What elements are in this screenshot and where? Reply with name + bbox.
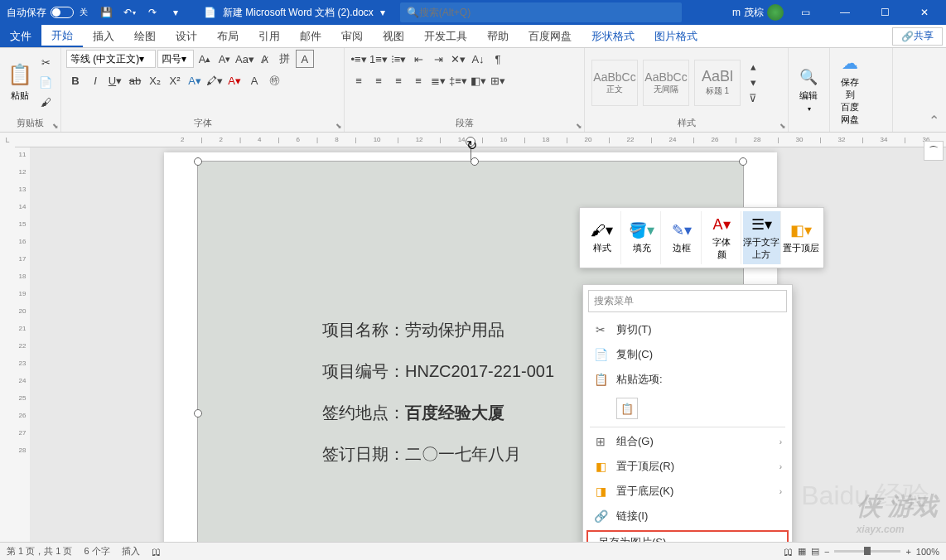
tab-design[interactable]: 设计 (166, 25, 207, 47)
redo-icon[interactable]: ↷ (142, 2, 162, 22)
tab-developer[interactable]: 开发工具 (414, 25, 477, 47)
format-painter-icon[interactable]: 🖌 (36, 94, 55, 112)
indent-inc-icon[interactable]: ⇥ (429, 50, 447, 68)
style-nospacing[interactable]: AaBbCc无间隔 (643, 60, 689, 106)
char-shading-icon[interactable]: A (245, 71, 263, 89)
styles-launcher-icon[interactable]: ⬊ (779, 122, 786, 130)
numbering-icon[interactable]: 1≡▾ (369, 50, 388, 68)
handle-tr[interactable] (739, 157, 747, 166)
view-web-icon[interactable]: ▤ (811, 546, 819, 557)
superscript-icon[interactable]: X² (166, 71, 184, 89)
distribute-icon[interactable]: ≣▾ (429, 71, 447, 89)
ctx-group[interactable]: ⊞组合(G)› (583, 429, 792, 454)
tab-help[interactable]: 帮助 (477, 25, 519, 47)
share-button[interactable]: 🔗 共享 (892, 27, 943, 46)
tab-view[interactable]: 视图 (373, 25, 414, 47)
italic-icon[interactable]: I (86, 71, 104, 89)
minimize-icon[interactable]: — (827, 0, 863, 25)
maximize-icon[interactable]: ☐ (866, 0, 903, 25)
show-marks-icon[interactable]: ¶ (489, 50, 507, 68)
zoom-out-icon[interactable]: − (824, 547, 829, 557)
styles-more-icon[interactable]: ⊽ (744, 91, 762, 105)
zoom-thumb[interactable] (864, 547, 871, 555)
line-spacing-icon[interactable]: ‡≡▾ (449, 71, 467, 89)
tab-home[interactable]: 开始 (41, 25, 83, 47)
mini-style[interactable]: 🖌▾样式 (583, 211, 621, 264)
vertical-ruler[interactable]: 111213141516171819202122232425262728 (15, 147, 30, 542)
ctx-cut[interactable]: ✂剪切(T) (583, 317, 792, 342)
bullets-icon[interactable]: •≡▾ (350, 50, 368, 68)
bold-icon[interactable]: B (66, 71, 84, 89)
strike-icon[interactable]: ab (126, 71, 144, 89)
justify-icon[interactable]: ≡ (409, 71, 427, 89)
user-avatar[interactable] (767, 4, 784, 21)
asian-layout-icon[interactable]: ✕▾ (449, 50, 467, 68)
ctx-bring-front[interactable]: ◧置于顶层(R)› (583, 454, 792, 479)
align-left-icon[interactable]: ≡ (350, 71, 368, 89)
ctx-link[interactable]: 🔗链接(I) (583, 504, 792, 529)
phonetic-icon[interactable]: 拼 (276, 50, 294, 68)
style-normal[interactable]: AaBbCc正文 (591, 60, 638, 106)
tab-picture-format[interactable]: 图片格式 (644, 25, 707, 47)
multilevel-icon[interactable]: ⁝≡▾ (389, 50, 408, 68)
cut-icon[interactable]: ✂ (36, 54, 55, 72)
text-effect-icon[interactable]: A▾ (186, 71, 204, 89)
tab-layout[interactable]: 布局 (207, 25, 249, 47)
view-focus-icon[interactable]: 🕮 (784, 547, 793, 557)
align-right-icon[interactable]: ≡ (389, 71, 408, 89)
save-icon[interactable]: 💾 (96, 2, 116, 22)
editing-button[interactable]: 🔍编辑▾ (794, 65, 823, 116)
tab-draw[interactable]: 绘图 (124, 25, 166, 47)
horizontal-ruler[interactable]: 2|2|4|6|8|10|12|14|16|18|20|22|24|26|28|… (15, 133, 946, 147)
tab-insert[interactable]: 插入 (83, 25, 124, 47)
font-size-combo[interactable]: 四号 ▾ (157, 50, 194, 68)
status-mode[interactable]: 插入 (122, 545, 140, 558)
undo-icon[interactable]: ↶▾ (119, 2, 139, 22)
qat-more-icon[interactable]: ▾ (166, 2, 186, 22)
tab-file[interactable]: 文件 (0, 25, 41, 47)
zoom-slider[interactable] (834, 550, 900, 553)
search-input[interactable] (419, 7, 675, 18)
view-print-icon[interactable]: ▦ (798, 546, 806, 557)
handle-tm[interactable] (471, 157, 479, 166)
collapse-ribbon-icon[interactable]: ⌃ (929, 113, 939, 128)
status-words[interactable]: 6 个字 (84, 545, 109, 558)
mini-outline[interactable]: ✎▾边框 (663, 211, 701, 264)
borders-icon[interactable]: ⊞▾ (489, 71, 507, 89)
subscript-icon[interactable]: X₂ (146, 71, 164, 89)
styles-down-icon[interactable]: ▾ (744, 75, 762, 89)
mini-font-color[interactable]: A▾字体 颜 (703, 211, 741, 264)
clipboard-launcher-icon[interactable]: ⬊ (52, 122, 59, 130)
mini-bring-front[interactable]: ◧▾置于顶层 (783, 211, 820, 264)
shading-icon[interactable]: ◧▾ (469, 71, 487, 89)
shrink-font-icon[interactable]: A▾ (215, 50, 234, 68)
enclose-char-icon[interactable]: ㊕ (265, 71, 283, 89)
save-cloud-button[interactable]: ☁保存到 百度网盘 (835, 50, 865, 129)
grow-font-icon[interactable]: A▴ (195, 50, 214, 68)
ribbon-mode-icon[interactable]: ▭ (787, 0, 823, 25)
mini-fill[interactable]: 🪣▾填充 (623, 211, 661, 264)
styles-up-icon[interactable]: ▴ (744, 60, 762, 74)
paste-button[interactable]: 📋 粘贴 (5, 60, 35, 105)
indent-dec-icon[interactable]: ⇤ (409, 50, 427, 68)
change-case-icon[interactable]: Aa▾ (235, 50, 254, 68)
tab-review[interactable]: 审阅 (331, 25, 373, 47)
tab-baidu[interactable]: 百度网盘 (519, 25, 582, 47)
autosave-toggle[interactable]: 自动保存 关 (0, 6, 94, 20)
paragraph-launcher-icon[interactable]: ⬊ (576, 122, 582, 130)
font-launcher-icon[interactable]: ⬊ (335, 122, 342, 130)
highlight-icon[interactable]: 🖍▾ (205, 71, 224, 89)
close-icon[interactable]: ✕ (906, 0, 943, 25)
ctx-copy[interactable]: 📄复制(C) (583, 342, 792, 367)
handle-tl[interactable] (194, 157, 202, 166)
tab-mailings[interactable]: 邮件 (290, 25, 331, 47)
search-box[interactable]: 🔍 (400, 2, 682, 22)
tab-references[interactable]: 引用 (249, 25, 290, 47)
font-color-icon[interactable]: A▾ (225, 71, 244, 89)
mini-wrap[interactable]: ☰▾浮于文字 上方 (743, 211, 781, 264)
dropdown-icon[interactable]: ▾ (380, 7, 385, 18)
paste-keep-source-icon[interactable]: 📋 (616, 398, 638, 419)
status-page[interactable]: 第 1 页，共 1 页 (7, 545, 72, 558)
accessibility-icon[interactable]: 🕮 (152, 547, 161, 557)
menu-search-input[interactable]: 搜索菜单 (588, 290, 787, 312)
